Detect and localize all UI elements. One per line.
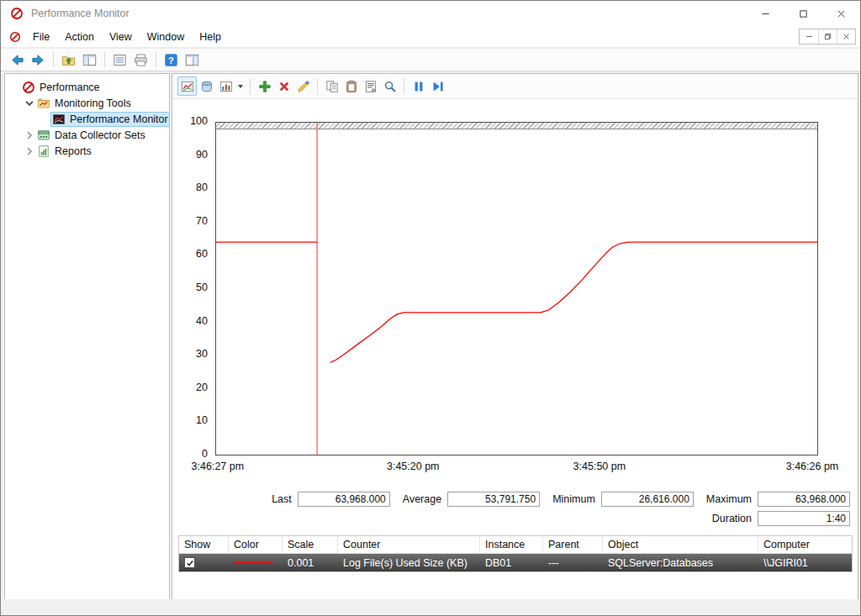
legend-column-counter[interactable]: Counter [338,536,480,553]
tree-item-label: Performance Monitor [70,113,168,125]
console-restore-button[interactable] [818,29,837,44]
y-axis-label: 60 [196,248,208,260]
legend-column-parent[interactable]: Parent [543,536,603,553]
graph-type-dropdown-arrow[interactable] [235,76,246,96]
close-icon [837,9,846,18]
update-data-button[interactable] [428,76,447,96]
y-axis-label: 0 [202,448,208,460]
add-counter-button[interactable] [255,76,274,96]
legend-column-color[interactable]: Color [229,536,283,553]
console-tree-panel: PerformanceMonitoring ToolsPerformance M… [4,73,170,601]
window-bottom-strip [1,599,860,615]
highlight-button[interactable] [293,76,313,96]
view-log-data-button[interactable] [197,76,216,96]
tree-item-content: Data Collector Sets [35,128,151,143]
tree-item-content: Reports [35,144,97,159]
add-counter-icon [258,80,272,93]
properties-icon [364,80,378,93]
print-button[interactable] [130,50,151,70]
chart-canvas [216,123,817,455]
copy-properties-icon [325,80,339,93]
x-axis-label: 3:45:20 pm [387,461,440,472]
chevron-right-icon[interactable] [24,145,35,157]
performance-logo-icon [10,7,24,20]
legend-column-show[interactable]: Show [179,536,229,553]
delete-counter-button[interactable] [274,76,293,96]
freeze-display-button[interactable] [409,76,428,96]
stat-value-average: 53,791.750 [447,492,540,507]
tree-item-reports[interactable]: Reports [5,143,169,159]
stat-value-minimum: 26,616.000 [601,492,694,507]
minimize-button[interactable] [747,1,784,26]
toolbar-separator [404,78,404,94]
show-console-tree-button[interactable] [79,50,100,70]
title-bar: Performance Monitor [1,1,860,26]
tree-item-monitoring-tools[interactable]: Monitoring Tools [5,95,169,111]
close-button[interactable] [822,1,860,26]
help-button[interactable]: ? [161,50,182,70]
copy-properties-button[interactable] [322,76,341,96]
up-one-level-button[interactable] [58,50,79,70]
export-list-button[interactable] [109,50,130,70]
console-minimize-button[interactable] [800,29,818,44]
properties-button[interactable] [361,76,380,96]
legend-cell-scale: 0.001 [283,554,338,571]
legend-column-object[interactable]: Object [603,536,758,553]
toolbar-separator [317,78,318,94]
navigate-back-button[interactable] [7,50,28,70]
change-graph-type-button[interactable] [216,76,235,96]
menu-bar: FileActionViewWindowHelp [1,26,860,48]
expander-spacer [8,82,20,93]
navigate-forward-button[interactable] [28,50,49,70]
legend-column-instance[interactable]: Instance [480,536,543,553]
chevron-down-icon[interactable] [24,97,35,109]
highlight-icon [297,80,310,93]
y-axis-label: 40 [196,315,208,327]
legend-row[interactable]: 0.001Log File(s) Used Size (KB)DB01---SQ… [179,554,852,571]
tree-item-content: Performance Monitor [50,112,170,127]
performance-logo-icon [9,31,21,43]
menu-file[interactable]: File [25,28,57,46]
menu-action[interactable]: Action [57,28,102,46]
tree-item-performance[interactable]: Performance [5,79,169,95]
tree-item-performance-monitor[interactable]: Performance Monitor [5,111,169,127]
tree-item-content: Performance [20,80,105,95]
view-current-activity-button[interactable] [177,76,197,96]
toolbar-separator [250,78,251,94]
console-close-button[interactable] [837,29,855,44]
menu-window[interactable]: Window [140,28,192,46]
restore-icon [824,33,832,40]
legend-body: 0.001Log File(s) Used Size (KB)DB01---SQ… [179,554,852,571]
chevron-right-icon[interactable] [24,129,35,141]
performance-logo-icon [22,81,35,94]
legend-cell-instance: DB01 [480,554,543,571]
stat-label-maximum: Maximum [706,493,752,505]
stat-value-maximum: 63,968.000 [758,492,850,507]
y-axis-label: 90 [196,149,208,161]
tree-item-label: Monitoring Tools [55,97,131,109]
menu-view[interactable]: View [102,28,140,46]
y-axis-label: 20 [196,382,208,393]
paste-counter-list-button[interactable] [341,76,361,96]
maximize-button[interactable] [784,1,822,26]
counter-checkbox[interactable] [184,557,195,568]
zoom-button[interactable] [380,76,399,96]
legend-column-computer[interactable]: Computer [758,536,852,553]
tree-item-content: Monitoring Tools [35,96,136,111]
reports-icon [37,145,50,158]
tree-item-data-collector-sets[interactable]: Data Collector Sets [5,127,169,143]
console-toolbar: ? [1,48,860,71]
legend-column-scale[interactable]: Scale [283,536,338,553]
y-axis-label: 10 [196,414,208,426]
counter-color-sample [234,562,272,564]
toolbar-separator [156,52,156,67]
show-console-tree-icon [82,53,97,67]
action-pane-button[interactable] [182,50,203,70]
menu-items: FileActionViewWindowHelp [25,26,229,47]
stat-value-last: 63,968.000 [298,492,390,507]
legend-cell-parent: --- [543,554,603,571]
menu-help[interactable]: Help [192,28,229,46]
performance-monitor-icon [52,113,66,126]
stat-label-last: Last [272,493,292,505]
stat-label-minimum: Minimum [552,493,595,505]
